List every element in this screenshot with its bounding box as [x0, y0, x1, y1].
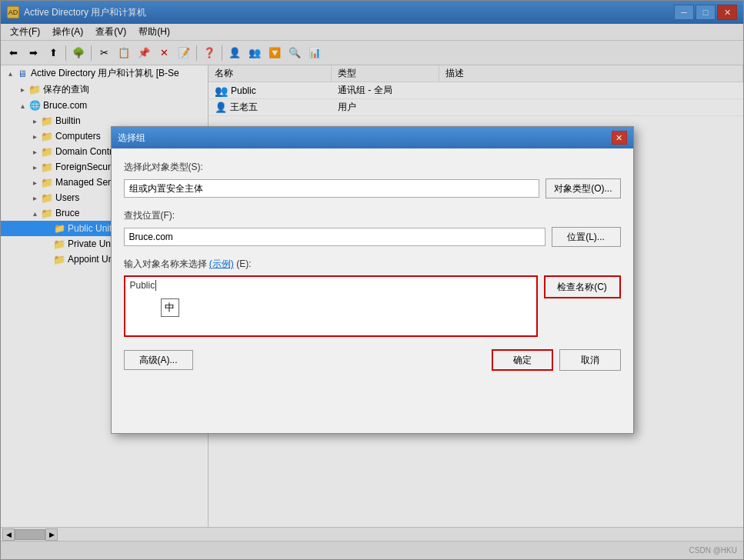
location-row: 位置(L)... — [124, 227, 621, 247]
dialog-title: 选择组 — [118, 132, 145, 145]
example-link[interactable]: (示例) — [209, 258, 234, 269]
location-button[interactable]: 位置(L)... — [552, 227, 621, 247]
object-type-button[interactable]: 对象类型(O)... — [545, 178, 620, 198]
text-cursor — [155, 280, 156, 291]
object-name-input-area[interactable]: Public 中 — [124, 275, 538, 337]
object-type-row: 对象类型(O)... — [124, 178, 621, 198]
dialog-body: 选择此对象类型(S): 对象类型(O)... 查找位置(F): 位置(L)...… — [112, 148, 633, 383]
object-type-input[interactable] — [124, 179, 540, 198]
input-typed-text: Public — [130, 280, 155, 291]
select-group-dialog: 选择组 ✕ 选择此对象类型(S): 对象类型(O)... 查找位置(F): 位置… — [111, 126, 634, 434]
check-name-button[interactable]: 检查名称(C) — [544, 275, 621, 298]
object-type-label: 选择此对象类型(S): — [124, 161, 621, 174]
dialog-overlay: 选择组 ✕ 选择此对象类型(S): 对象类型(O)... 查找位置(F): 位置… — [0, 0, 744, 560]
input-area-container: Public 中 检查名称(C) — [124, 275, 621, 337]
input-name-label: 输入对象名称来选择 (示例) (E): — [124, 258, 621, 271]
cancel-button[interactable]: 取消 — [559, 349, 621, 371]
dialog-footer-right: 确定 取消 — [492, 349, 621, 371]
confirm-button[interactable]: 确定 — [492, 349, 553, 371]
ime-cursor-indicator: 中 — [161, 298, 179, 317]
dialog-title-bar: 选择组 ✕ — [112, 127, 633, 148]
location-label: 查找位置(F): — [124, 209, 621, 222]
location-input[interactable] — [124, 228, 545, 246]
advanced-button[interactable]: 高级(A)... — [124, 350, 193, 370]
dialog-close-button[interactable]: ✕ — [612, 131, 627, 145]
dialog-footer: 高级(A)... 确定 取消 — [124, 349, 621, 371]
